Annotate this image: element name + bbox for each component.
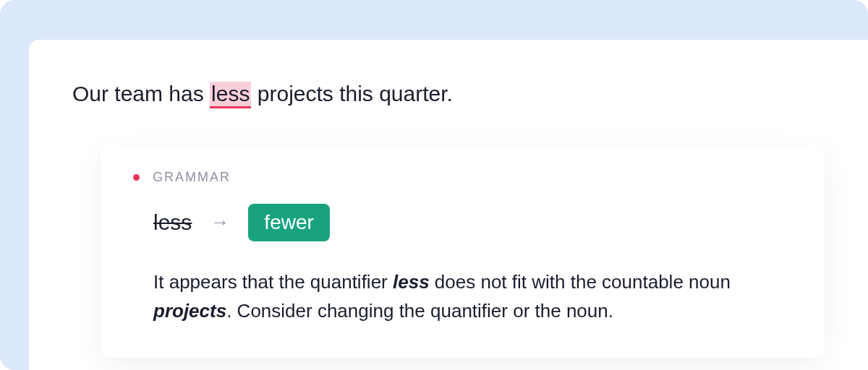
explain-word-2: projects	[153, 300, 226, 322]
flagged-word[interactable]: less	[210, 82, 251, 108]
replacement-pill[interactable]: fewer	[248, 204, 329, 241]
editor-card: Our team has less projects this quarter.…	[29, 40, 868, 370]
explain-word-1: less	[393, 271, 430, 293]
arrow-right-icon: →	[210, 211, 229, 233]
suggestion-card[interactable]: GRAMMAR less → fewer It appears that the…	[101, 145, 825, 358]
category-label: GRAMMAR	[153, 170, 231, 185]
sentence-post: projects this quarter.	[251, 82, 452, 106]
sentence-pre: Our team has	[72, 82, 210, 106]
app-background: Our team has less projects this quarter.…	[0, 0, 868, 370]
replacement-row: less → fewer	[153, 204, 793, 241]
original-word: less	[153, 210, 192, 235]
editor-sentence[interactable]: Our team has less projects this quarter.	[72, 79, 825, 109]
category-dot-icon	[133, 174, 140, 181]
category-row: GRAMMAR	[133, 170, 793, 185]
explanation-text: It appears that the quantifier less does…	[153, 267, 793, 326]
